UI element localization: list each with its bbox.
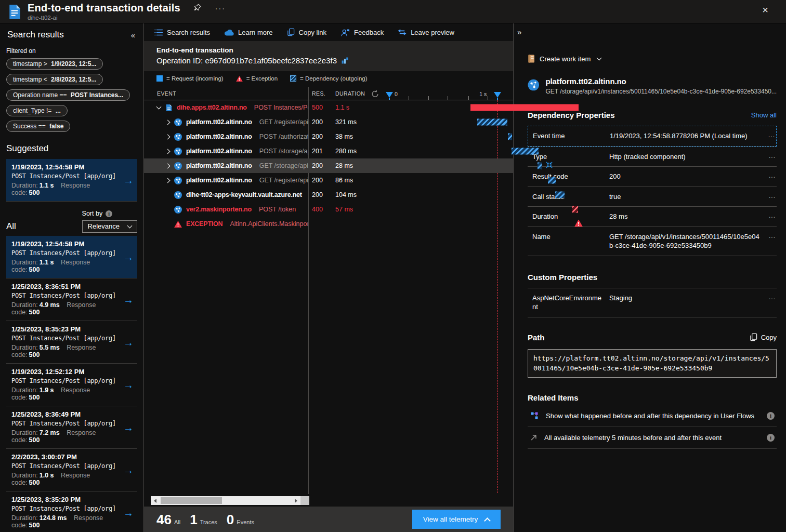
result-column-header[interactable]: RES.	[312, 90, 325, 97]
gantt-lane	[389, 100, 513, 115]
remote-dependency-icon	[174, 206, 182, 214]
filter-pill[interactable]: client_Type != ...	[6, 105, 68, 116]
copy-path-button[interactable]: Copy	[750, 333, 777, 341]
event-column-header[interactable]: EVENT	[157, 90, 176, 97]
more-actions-icon[interactable]: ...	[762, 232, 776, 240]
event-cell: ver2.maskinporten.no POST /token	[144, 206, 308, 214]
duration-column-header[interactable]: DURATION	[335, 90, 365, 97]
sort-by-dropdown[interactable]: Relevance	[82, 220, 137, 233]
open-result-arrow-icon[interactable]: →	[123, 336, 134, 348]
collapse-sidebar-icon[interactable]: «	[131, 31, 135, 39]
mini-chart-icon[interactable]	[342, 57, 348, 64]
operation-id-line: Operation ID: e967d091b7e1af05beefc2837e…	[156, 56, 501, 65]
search-result-item[interactable]: 2/2/2023, 3:00:07 PM POST Instances/Post…	[6, 449, 137, 491]
focus-collapse-icon[interactable]	[545, 161, 553, 170]
expand-chevron-icon[interactable]	[165, 149, 171, 154]
event-row[interactable]: platform.tt02.altinn.no POST /storage/ap…	[144, 144, 513, 158]
leave-preview-button[interactable]: Leave preview	[398, 29, 454, 36]
result-timestamp: 1/19/2023, 12:54:58 PM	[11, 163, 124, 171]
property-value: 28 ms	[609, 212, 762, 221]
event-row[interactable]: platform.tt02.altinn.no GET /register/ap…	[144, 173, 513, 188]
result-code-cell: 200	[308, 177, 335, 184]
search-result-item[interactable]: 1/25/2023, 8:36:49 PM POST Instances/Pos…	[6, 406, 137, 449]
event-row[interactable]: platform.tt02.altinn.no GET /register/ap…	[144, 115, 513, 129]
exception-marker-icon[interactable]	[574, 220, 583, 229]
expand-chevron-icon[interactable]	[156, 104, 162, 109]
show-all-link[interactable]: Show all	[751, 111, 777, 119]
scrollbar-thumb[interactable]	[161, 497, 222, 504]
gantt-grid: EVENT RES. DURATION 0 1 s dih	[144, 87, 513, 507]
event-row[interactable]: platform.tt02.altinn.no POST /authorizat…	[144, 129, 513, 144]
open-result-arrow-icon[interactable]: →	[123, 464, 134, 476]
suggested-list: 1/19/2023, 12:54:58 PM POST Instances/Po…	[6, 159, 137, 202]
remote-dependency-icon	[174, 118, 182, 126]
search-result-item[interactable]: 1/19/2023, 12:52:12 PM POST Instances/Po…	[6, 364, 137, 406]
dependency-request-name: GET /storage/api/v1/instances/50011465/1…	[545, 88, 777, 95]
scroll-right-icon[interactable]	[295, 499, 297, 503]
result-code-cell: 200	[308, 162, 335, 169]
open-result-arrow-icon[interactable]: →	[123, 251, 134, 263]
filter-pill[interactable]: Operation name == POST Instances...	[6, 89, 130, 101]
gantt-lane	[389, 158, 513, 173]
filter-pill[interactable]: Success == false	[6, 121, 70, 132]
info-icon[interactable]: i	[767, 412, 775, 420]
search-result-item[interactable]: 1/25/2023, 8:35:20 PM POST Instances/Pos…	[6, 491, 137, 532]
close-icon[interactable]: ×	[762, 4, 768, 16]
expand-chevron-icon[interactable]	[165, 119, 171, 125]
search-results-sidebar: Search results « Filtered on timestamp >…	[0, 23, 144, 532]
more-actions-icon[interactable]: ...	[762, 294, 776, 301]
horizontal-scrollbar[interactable]	[151, 496, 300, 505]
event-row[interactable]: dihe.apps.tt02.altinn.no POST Instances/…	[144, 100, 513, 115]
related-item-all-telemetry[interactable]: All available telemetry 5 minutes before…	[528, 427, 777, 449]
more-actions-icon[interactable]: ...	[762, 172, 776, 179]
scroll-left-icon[interactable]	[154, 499, 156, 503]
feedback-button[interactable]: Feedback	[340, 29, 384, 36]
view-all-telemetry-button[interactable]: View all telemetry	[412, 510, 501, 529]
filter-pills: timestamp > 1/9/2023, 12:5...timestamp <…	[6, 58, 137, 136]
event-row[interactable]: ver2.maskinporten.no POST /token 400 57 …	[144, 202, 513, 217]
expand-panel-icon[interactable]: »	[517, 28, 521, 36]
filter-pill[interactable]: timestamp < 2/8/2023, 12:5...	[6, 74, 103, 85]
open-result-arrow-icon[interactable]: →	[123, 379, 134, 391]
duration-cell: 104 ms	[335, 191, 389, 198]
gantt-lane	[389, 188, 513, 202]
search-result-item[interactable]: 1/25/2023, 8:35:23 PM POST Instances/Pos…	[6, 321, 137, 364]
create-work-item-button[interactable]: Create work item	[528, 55, 777, 63]
search-result-item[interactable]: 1/19/2023, 12:54:58 PM POST Instances/Po…	[6, 159, 137, 202]
more-actions-icon[interactable]: ...	[762, 192, 776, 200]
time-filter-handle-end[interactable]	[494, 92, 501, 100]
open-result-arrow-icon[interactable]: →	[123, 174, 134, 186]
related-item-user-flows[interactable]: Show what happened before and after this…	[528, 405, 777, 427]
open-result-arrow-icon[interactable]: →	[123, 294, 134, 305]
search-result-item[interactable]: 1/25/2023, 8:36:51 PM POST Instances/Pos…	[6, 278, 137, 321]
more-options-icon[interactable]: ···	[215, 4, 226, 12]
pin-icon[interactable]	[194, 4, 202, 14]
event-row[interactable]: dihe-tt02-apps-keyvault.vault.azure.net …	[144, 188, 513, 202]
search-results-button[interactable]: Search results	[154, 29, 210, 36]
more-actions-icon[interactable]: ...	[762, 152, 776, 159]
expand-chevron-icon[interactable]	[165, 163, 171, 168]
time-filter-handle-start[interactable]	[386, 92, 393, 100]
open-result-arrow-icon[interactable]: →	[123, 421, 134, 433]
path-value[interactable]: https://platform.tt02.altinn.no/storage/…	[528, 349, 777, 378]
open-result-arrow-icon[interactable]: →	[123, 507, 134, 518]
info-icon[interactable]: i	[767, 434, 775, 442]
result-timestamp: 1/25/2023, 8:36:49 PM	[11, 410, 124, 418]
event-row[interactable]: EXCEPTION Altinn.ApiClients.Maskinporten…	[144, 217, 513, 231]
event-operation: POST /token	[259, 206, 296, 213]
duration-cell: 38 ms	[335, 133, 389, 140]
search-result-item[interactable]: 1/19/2023, 12:54:58 PM POST Instances/Po…	[6, 236, 137, 278]
learn-more-button[interactable]: Learn more	[224, 29, 272, 36]
reset-zoom-icon[interactable]	[371, 90, 379, 99]
filter-pill[interactable]: timestamp > 1/9/2023, 12:5...	[6, 58, 103, 70]
event-name: platform.tt02.altinn.no	[186, 162, 252, 169]
filter-field: Success ==	[13, 123, 47, 130]
more-actions-icon[interactable]: ...	[762, 212, 776, 219]
event-row[interactable]: platform.tt02.altinn.no GET /storage/api…	[144, 158, 513, 173]
expand-chevron-icon[interactable]	[165, 178, 171, 183]
filter-value: 2/8/2023, 12:5...	[51, 76, 96, 83]
result-code-cell: 400	[308, 206, 335, 213]
copy-link-button[interactable]: Copy link	[287, 28, 326, 36]
expand-chevron-icon[interactable]	[165, 134, 171, 139]
more-actions-icon[interactable]: ...	[762, 131, 775, 139]
